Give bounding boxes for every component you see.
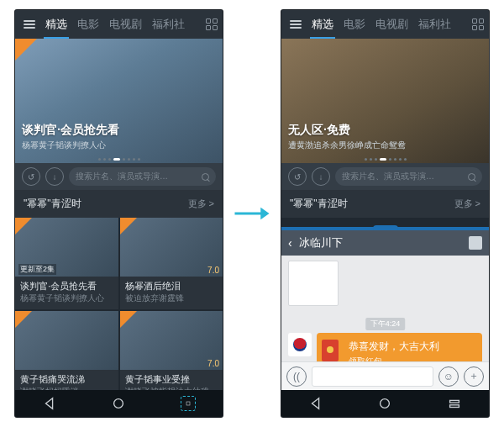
upper-app: 无人区·免费 遭黄渤追杀余男徐峥成亡命鸳鸯 ↺ ↓ 搜索片名、演员或导演… "幂… bbox=[281, 39, 489, 230]
svg-rect-1 bbox=[186, 402, 190, 405]
search-placeholder: 搜索片名、演员或导演… bbox=[342, 171, 434, 182]
chat-pane: ‹ 冰临川下 下午4:24 恭喜发财，大吉大利 领取红包 微信红包 (( ☺ ＋ bbox=[281, 230, 489, 390]
section-more[interactable]: 更多 > bbox=[188, 198, 214, 210]
thumbnail-message[interactable] bbox=[288, 261, 339, 306]
content-scroll[interactable]: 谈判官·会员抢先看 杨幂黄子韬谈判撩人心 ↺ ↓ 搜索片名、演员或导演… "幂幂… bbox=[15, 39, 223, 390]
tab-featured[interactable]: 精选 bbox=[44, 13, 69, 35]
grid-icon[interactable] bbox=[472, 18, 484, 30]
envelope-title: 恭喜发财，大吉大利 bbox=[349, 340, 474, 354]
hero-title: 谈判官·会员抢先看 bbox=[22, 123, 216, 138]
video-card[interactable]: 更新至2集 谈判官·会员抢先看杨幂黄子韬谈判撩人心 bbox=[15, 218, 118, 309]
svg-rect-5 bbox=[449, 405, 459, 408]
hero-banner[interactable]: 无人区·免费 遭黄渤追杀余男徐峥成亡命鸳鸯 bbox=[281, 39, 489, 163]
timestamp: 下午4:24 bbox=[365, 318, 406, 330]
cards-grid: 更新至2集 谈判官·会员抢先看杨幂黄子韬谈判撩人心 7.0 杨幂酒后绝泪被迫放弃… bbox=[15, 218, 223, 390]
phone-right: 精选 电影 电视剧 福利社 无人区·免费 遭黄渤追杀余男徐峥成亡命鸳鸯 ↺ ↓ … bbox=[281, 10, 489, 417]
emoji-button[interactable]: ☺ bbox=[438, 366, 459, 387]
recent-key-highlighted[interactable] bbox=[181, 396, 196, 411]
svg-rect-4 bbox=[449, 400, 459, 403]
arrow-icon bbox=[234, 202, 270, 225]
home-key[interactable] bbox=[111, 396, 126, 411]
add-button[interactable]: ＋ bbox=[464, 366, 484, 387]
tab-featured[interactable]: 精选 bbox=[310, 13, 335, 35]
search-input[interactable]: 搜索片名、演员或导演… bbox=[69, 167, 216, 186]
voice-button[interactable]: (( bbox=[286, 366, 307, 387]
section-header-1: "幂幂"青涩时 更多 > bbox=[15, 190, 223, 218]
chat-input-bar: (( ☺ ＋ bbox=[281, 361, 489, 390]
hero-subtitle: 杨幂黄子韬谈判撩人心 bbox=[22, 140, 216, 151]
section-header-1: "幂幂"青涩时 更多 > bbox=[281, 190, 489, 218]
section-more[interactable]: 更多 > bbox=[454, 198, 480, 210]
video-card[interactable]: 黄子韬痛哭流涕谢晓飞妈妈昏迷 bbox=[15, 311, 118, 390]
carousel-dots bbox=[15, 158, 223, 161]
corner-badge bbox=[15, 39, 37, 61]
search-input[interactable]: 搜索片名、演员或导演… bbox=[335, 167, 482, 186]
back-key[interactable] bbox=[42, 396, 57, 411]
tool-row: ↺ ↓ 搜索片名、演员或导演… bbox=[281, 163, 489, 190]
svg-point-0 bbox=[114, 399, 123, 409]
hero-banner[interactable]: 谈判官·会员抢先看 杨幂黄子韬谈判撩人心 bbox=[15, 39, 223, 163]
history-button[interactable]: ↺ bbox=[22, 167, 40, 186]
tab-tv[interactable]: 电视剧 bbox=[374, 13, 410, 35]
red-packet-icon bbox=[322, 340, 339, 361]
carousel-dots bbox=[281, 158, 489, 161]
search-icon bbox=[202, 173, 209, 181]
android-nav bbox=[15, 390, 223, 417]
avatar[interactable] bbox=[288, 333, 312, 356]
search-icon bbox=[468, 173, 475, 181]
svg-point-3 bbox=[381, 399, 390, 409]
chat-header: ‹ 冰临川下 bbox=[281, 230, 489, 256]
hero-title: 无人区·免费 bbox=[288, 123, 482, 138]
tab-movies[interactable]: 电影 bbox=[76, 13, 101, 35]
phone-left: 精选 电影 电视剧 福利社 谈判官·会员抢先看 杨幂黄子韬谈判撩人心 ↺ ↓ 搜… bbox=[15, 10, 223, 417]
download-button[interactable]: ↓ bbox=[312, 167, 330, 186]
video-card[interactable]: 7.0 黄子韬事业受挫谢晓飞被指想法太幼稚 bbox=[120, 311, 223, 390]
recent-key[interactable] bbox=[447, 396, 462, 411]
profile-icon[interactable] bbox=[469, 236, 482, 250]
home-key[interactable] bbox=[377, 396, 392, 411]
tab-welfare[interactable]: 福利社 bbox=[150, 13, 186, 35]
android-nav bbox=[281, 390, 489, 417]
tab-welfare[interactable]: 福利社 bbox=[417, 13, 453, 35]
history-button[interactable]: ↺ bbox=[288, 167, 307, 186]
top-nav: 精选 电影 电视剧 福利社 bbox=[15, 10, 223, 39]
section-title: "幂幂"青涩时 bbox=[24, 197, 81, 211]
top-nav: 精选 电影 电视剧 福利社 bbox=[281, 10, 489, 39]
section-title: "幂幂"青涩时 bbox=[290, 197, 348, 211]
chat-title: 冰临川下 bbox=[299, 235, 343, 250]
grid-icon[interactable] bbox=[206, 18, 218, 30]
download-button[interactable]: ↓ bbox=[45, 167, 64, 186]
nav-tabs: 精选 电影 电视剧 福利社 bbox=[44, 13, 199, 35]
back-icon[interactable]: ‹ bbox=[288, 236, 292, 250]
tool-row: ↺ ↓ 搜索片名、演员或导演… bbox=[15, 163, 223, 190]
nav-tabs: 精选 电影 电视剧 福利社 bbox=[310, 13, 465, 35]
hero-subtitle: 遭黄渤追杀余男徐峥成亡命鸳鸯 bbox=[288, 140, 482, 151]
search-placeholder: 搜索片名、演员或导演… bbox=[76, 171, 168, 182]
tab-tv[interactable]: 电视剧 bbox=[108, 13, 144, 35]
back-key[interactable] bbox=[308, 396, 323, 411]
tab-movies[interactable]: 电影 bbox=[342, 13, 367, 35]
text-input[interactable] bbox=[312, 366, 433, 387]
video-card[interactable]: 7.0 杨幂酒后绝泪被迫放弃谢霆锋 bbox=[120, 218, 223, 309]
hamburger-icon[interactable] bbox=[20, 17, 39, 32]
hamburger-icon[interactable] bbox=[286, 17, 305, 32]
